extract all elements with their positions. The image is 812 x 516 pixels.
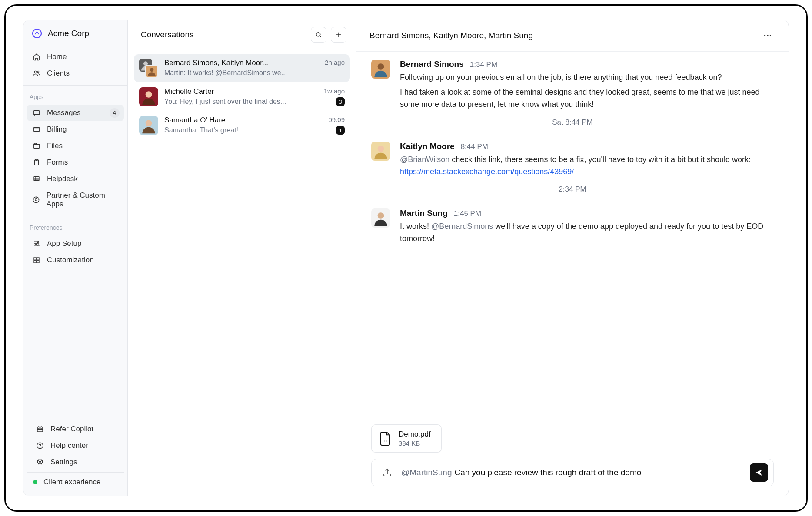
sidebar-item-customization[interactable]: Customization [27, 252, 124, 268]
attachment-name: Demo.pdf [399, 430, 431, 439]
mention: @MartinSung [401, 468, 452, 477]
conversation-item[interactable]: Bernard Simons, Kaitlyn Moor... Martin: … [134, 54, 350, 82]
svg-rect-17 [37, 261, 39, 263]
gear-icon [36, 458, 44, 466]
conversation-snippet: You: Hey, I just sent over the final des… [164, 98, 295, 106]
sidebar-item-label: App Setup [47, 239, 81, 248]
sidebar-item-refer[interactable]: Refer Copilot [30, 421, 120, 437]
client-experience-label: Client experience [43, 478, 100, 486]
svg-point-25 [146, 91, 152, 98]
unread-badge: 3 [336, 97, 345, 106]
time-divider: Sat 8:44 PM [371, 124, 774, 133]
brand-name: Acme Corp [48, 29, 89, 38]
svg-point-27 [764, 35, 765, 36]
send-button[interactable] [750, 463, 768, 482]
file-pdf-icon: PDF [379, 431, 392, 447]
svg-rect-16 [34, 261, 36, 263]
message-link[interactable]: https://meta.stackexchange.com/questions… [400, 167, 574, 176]
sidebar-item-label: Messages [47, 109, 80, 117]
sidebar-item-label: Customization [47, 256, 94, 265]
unread-badge: 1 [336, 126, 345, 135]
messages-badge: 4 [110, 108, 120, 118]
brand[interactable]: Acme Corp [23, 20, 127, 47]
nav-section-prefs-label: Preferences [23, 218, 127, 234]
message-icon [32, 109, 41, 117]
attachment-chip[interactable]: PDF Demo.pdf 384 KB [371, 424, 442, 453]
chat-message: Martin Sung 1:45 PM It works! @BernardSi… [371, 208, 774, 248]
clients-icon [32, 69, 41, 78]
conversation-snippet: Martin: It works! @BernardSimons we... [164, 69, 295, 77]
svg-rect-15 [37, 258, 39, 260]
conversation-list-header: Conversations [128, 20, 356, 50]
svg-point-31 [378, 146, 384, 152]
client-experience[interactable]: Client experience [27, 472, 124, 491]
svg-point-11 [37, 241, 39, 243]
billing-icon [32, 125, 41, 134]
nav-prefs: App Setup Customization [23, 234, 127, 270]
more-icon [763, 31, 772, 40]
plus-icon [335, 31, 343, 39]
sidebar-item-messages[interactable]: Messages 4 [27, 105, 124, 121]
svg-rect-5 [33, 144, 40, 148]
conversation-item[interactable]: Michelle Carter You: Hey, I just sent ov… [134, 83, 350, 111]
message-time: 8:44 PM [461, 142, 488, 151]
status-dot-icon [33, 480, 37, 484]
svg-point-22 [316, 33, 320, 36]
home-icon [32, 53, 41, 61]
mention[interactable]: @BrianWilson [400, 155, 449, 164]
svg-point-1 [34, 71, 37, 73]
svg-rect-3 [33, 111, 40, 115]
sidebar-item-label: Clients [47, 69, 70, 78]
avatar [371, 208, 390, 228]
chat-panel: Bernard Simons, Kaitlyn Moore, Martin Su… [356, 20, 789, 496]
chat-body: Bernard Simons 1:34 PM Following up on y… [356, 52, 789, 424]
conversation-snippet: Samantha: That's great! [164, 126, 295, 134]
sidebar-item-label: Refer Copilot [50, 425, 93, 433]
sidebar-item-label: Helpdesk [47, 175, 78, 183]
svg-rect-8 [34, 177, 39, 181]
message-author: Martin Sung [400, 208, 448, 218]
sidebar-item-helpdesk[interactable]: Helpdesk [27, 171, 124, 187]
gift-icon [36, 425, 44, 433]
nav-apps: Messages 4 Billing Files Forms [23, 103, 127, 214]
composer-input[interactable]: @MartinSung Can you please review this r… [401, 468, 742, 477]
svg-point-28 [767, 35, 768, 36]
conversation-list-title: Conversations [141, 30, 193, 40]
sidebar-item-clients[interactable]: Clients [27, 65, 124, 82]
chat-message: Bernard Simons 1:34 PM Following up on y… [371, 60, 774, 113]
sidebar-item-label: Forms [47, 158, 68, 167]
svg-point-29 [770, 35, 771, 36]
message-author: Kaitlyn Moore [400, 142, 455, 151]
sidebar-item-billing[interactable]: Billing [27, 121, 124, 138]
sidebar-item-label: Partner & Custom Apps [47, 191, 119, 208]
message-time: 1:34 PM [470, 60, 497, 69]
forms-icon [32, 158, 41, 167]
search-icon [315, 31, 323, 39]
sidebar-item-settings[interactable]: Settings [30, 454, 120, 470]
chat-more-button[interactable] [760, 28, 775, 43]
helpdesk-icon [32, 175, 41, 183]
sidebar-item-label: Home [47, 53, 67, 61]
conversation-list: Conversations [128, 20, 356, 496]
message-body: @BrianWilson check this link, there seem… [400, 154, 774, 178]
sidebar-item-forms[interactable]: Forms [27, 154, 124, 171]
upload-button[interactable] [381, 466, 393, 479]
partner-icon [32, 195, 40, 204]
sidebar-item-partner-apps[interactable]: Partner & Custom Apps [27, 187, 124, 212]
svg-point-24 [150, 68, 154, 72]
search-button[interactable] [311, 27, 326, 43]
sidebar-item-app-setup[interactable]: App Setup [27, 235, 124, 252]
chat-header: Bernard Simons, Kaitlyn Moore, Martin Su… [356, 20, 789, 52]
sidebar-item-help-center[interactable]: Help center [30, 437, 120, 454]
svg-point-32 [378, 213, 384, 219]
message-author: Bernard Simons [400, 60, 464, 69]
conversation-title: Bernard Simons, Kaitlyn Moor... [164, 59, 295, 67]
customization-icon [32, 256, 41, 265]
sidebar-item-files[interactable]: Files [27, 138, 124, 154]
sidebar-item-label: Files [47, 142, 63, 150]
svg-point-0 [33, 29, 41, 38]
conversation-item[interactable]: Samantha O' Hare Samantha: That's great!… [134, 112, 350, 139]
sidebar-item-home[interactable]: Home [27, 49, 124, 65]
new-conversation-button[interactable] [331, 27, 346, 43]
mention[interactable]: @BernardSimons [431, 222, 493, 231]
